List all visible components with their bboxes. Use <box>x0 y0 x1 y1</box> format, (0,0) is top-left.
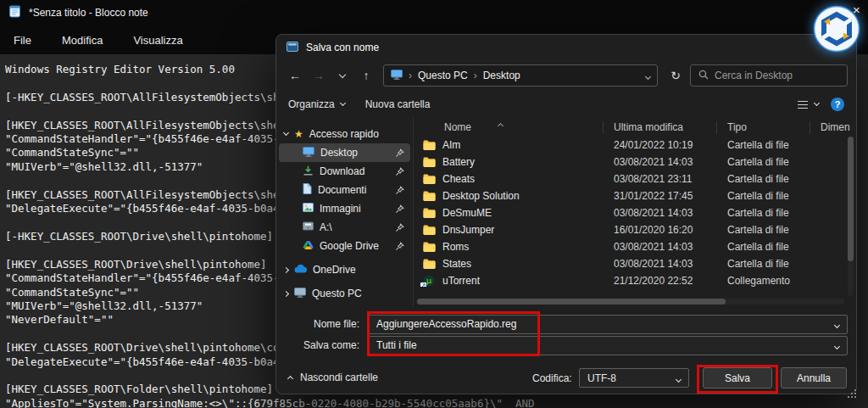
sidebar-item-label: OneDrive <box>313 264 356 276</box>
breadcrumb-separator: › <box>409 70 412 81</box>
file-row[interactable]: Desktop Solution 31/01/2022 17:45 Cartel… <box>414 187 848 204</box>
address-bar[interactable]: › Questo PC › Desktop <box>383 64 658 87</box>
download-icon <box>303 165 314 178</box>
sidebar-item-onedrive[interactable]: OneDrive <box>276 260 413 279</box>
scrollbar-thumb[interactable] <box>848 137 854 261</box>
file-type: Cartella di file <box>717 190 810 202</box>
address-dropdown[interactable] <box>646 70 650 81</box>
new-folder-button[interactable]: Nuova cartella <box>365 98 431 110</box>
encoding-value: UTF-8 <box>587 372 616 384</box>
help-button[interactable]: ? <box>831 98 844 111</box>
column-header-modified[interactable]: Ultima modifica <box>604 121 717 134</box>
file-name: DnsJumper <box>442 224 494 236</box>
dialog-navbar: ← → ↑ › Questo PC › Desktop ↻ Cerca in D… <box>276 60 856 91</box>
save-as-type-value: Tutti i file <box>376 339 417 351</box>
breadcrumb-separator: › <box>474 70 477 81</box>
quick-access-header[interactable]: ★ Accesso rapido <box>276 125 413 143</box>
sidebar-item-this-pc[interactable]: Questo PC <box>276 284 413 303</box>
sidebar-item-label: Download <box>320 165 364 177</box>
chevron-right-icon <box>283 266 289 272</box>
file-name: AIm <box>442 139 460 151</box>
breadcrumb-this-pc[interactable]: Questo PC <box>418 70 468 81</box>
search-input[interactable]: Cerca in Desktop <box>690 64 848 87</box>
dialog-toolbar: Organizza Nuova cartella ? <box>276 91 856 118</box>
chevron-up-icon <box>287 376 293 382</box>
file-rows: AIm 24/01/2022 10:19 Cartella di file Ba… <box>414 137 848 296</box>
dialog-footer: Nascondi cartelle Codifica: UTF-8 Salva … <box>276 361 856 394</box>
dialog-icon <box>287 42 298 54</box>
file-row[interactable]: States 03/08/2021 14:03 Cartella di file <box>414 255 848 272</box>
file-modified: 03/08/2021 14:03 <box>604 156 717 168</box>
details-view-icon <box>797 100 809 109</box>
menu-file[interactable]: File <box>8 32 36 48</box>
resize-grip-icon[interactable] <box>846 388 858 403</box>
file-row[interactable]: Battery 03/08/2021 14:03 Cartella di fil… <box>414 154 848 170</box>
menu-modifica[interactable]: Modifica <box>57 32 108 48</box>
sidebar-item-label: Documenti <box>318 184 366 196</box>
up-button[interactable]: ↑ <box>356 65 376 86</box>
file-row[interactable]: Cheats 03/08/2021 23:11 Cartella di file <box>414 170 848 187</box>
hide-folders-button[interactable]: Nascondi cartelle <box>288 372 378 383</box>
sidebar-item-desktop[interactable]: Desktop <box>279 143 410 162</box>
refresh-button[interactable]: ↻ <box>665 65 687 86</box>
search-placeholder: Cerca in Desktop <box>715 70 793 81</box>
sidebar-item-google-drive[interactable]: Google Drive <box>279 237 410 255</box>
filename-row: Nome file: <box>278 314 848 334</box>
save-as-dialog: Salva con nome ← → ↑ › Questo PC › Deskt… <box>275 34 857 394</box>
google-drive-icon <box>303 240 314 253</box>
notepad-app-icon <box>8 5 21 21</box>
pin-icon <box>395 167 404 176</box>
filename-combobox[interactable] <box>368 315 848 334</box>
close-icon[interactable]: × <box>853 3 860 17</box>
vertical-scrollbar[interactable] <box>848 137 854 296</box>
file-row[interactable]: AIm 24/01/2022 10:19 Cartella di file <box>414 137 848 154</box>
cancel-button[interactable]: Annulla <box>781 367 847 388</box>
new-folder-label: Nuova cartella <box>365 98 431 110</box>
file-row[interactable]: Roms 03/08/2021 14:03 Cartella di file <box>414 238 848 255</box>
file-row[interactable]: DnsJumper 16/01/2020 16:20 Cartella di f… <box>414 221 848 238</box>
file-modified: 03/08/2021 23:11 <box>604 173 717 185</box>
chevron-down-icon <box>814 100 820 106</box>
encoding-select[interactable]: UTF-8 <box>579 368 689 388</box>
scrollbar-thumb[interactable] <box>417 299 726 305</box>
save-button[interactable]: Salva <box>703 367 772 388</box>
recent-locations-button[interactable] <box>332 65 353 86</box>
file-type: Cartella di file <box>717 258 810 270</box>
file-type: Cartella di file <box>717 156 810 168</box>
view-mode-button[interactable] <box>797 100 819 109</box>
back-button[interactable]: ← <box>285 65 305 86</box>
filename-input[interactable] <box>376 318 830 330</box>
screen: *Senza titolo - Blocco note File Modific… <box>0 0 868 408</box>
floppy-drive-icon <box>303 221 314 233</box>
file-type: Collegamento <box>717 275 810 287</box>
quick-access-label: Accesso rapido <box>309 128 379 140</box>
sidebar-item-pictures[interactable]: Immagini <box>279 199 410 218</box>
breadcrumb-desktop[interactable]: Desktop <box>483 70 520 81</box>
sidebar-item-download[interactable]: Download <box>279 162 410 181</box>
file-row[interactable]: µ uTorrent 21/12/2020 22:52 Collegamento <box>414 272 848 289</box>
folder-icon <box>422 208 436 218</box>
column-header-size[interactable]: Dimen <box>810 121 856 134</box>
chevron-down-icon <box>676 372 681 384</box>
file-name: States <box>442 258 471 270</box>
column-header-name[interactable]: Nome <box>414 121 604 134</box>
chevron-down-icon <box>339 70 346 77</box>
file-name: DeSmuME <box>442 207 492 219</box>
this-pc-icon <box>391 70 403 82</box>
column-header-type[interactable]: Tipo <box>717 121 810 134</box>
sort-ascending-icon <box>498 119 503 131</box>
sidebar-item-documents[interactable]: Documenti <box>279 181 410 199</box>
file-row[interactable]: DeSmuME 03/08/2021 14:03 Cartella di fil… <box>414 204 848 221</box>
chevron-down-icon[interactable] <box>835 339 839 351</box>
save-as-type-select[interactable]: Tutti i file <box>368 336 848 355</box>
menu-visualizza[interactable]: Visualizza <box>128 32 187 48</box>
save-as-type-label: Salva come: <box>278 339 368 351</box>
forward-button[interactable]: → <box>309 65 329 86</box>
folder-icon <box>422 259 436 269</box>
organize-button[interactable]: Organizza <box>288 98 345 110</box>
filename-label: Nome file: <box>278 318 368 330</box>
horizontal-scrollbar[interactable] <box>416 299 844 305</box>
sidebar-item-a-drive[interactable]: A:\ <box>279 218 410 237</box>
chevron-down-icon[interactable] <box>835 318 839 330</box>
toolbar-right-group: ? <box>797 98 844 111</box>
